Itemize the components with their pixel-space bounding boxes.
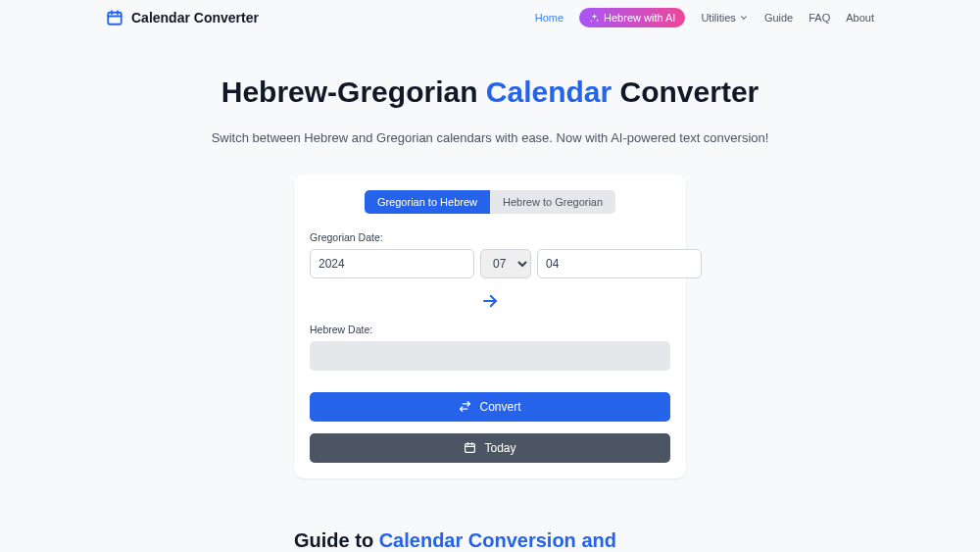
day-input[interactable] xyxy=(537,249,702,278)
title-pre: Hebrew-Gregorian xyxy=(221,75,486,108)
swap-icon xyxy=(459,400,471,413)
arrow-right-icon xyxy=(481,292,499,310)
hero-subtitle: Switch between Hebrew and Gregorian cale… xyxy=(0,130,980,145)
calendar-small-icon xyxy=(464,441,476,454)
brand-title: Calendar Converter xyxy=(131,10,259,25)
nav-ai-label: Hebrew with AI xyxy=(604,12,675,24)
page-title: Hebrew-Gregorian Calendar Converter xyxy=(0,74,980,111)
guide-title-pre: Guide to xyxy=(294,529,379,551)
tab-hebrew-to-gregorian[interactable]: Hebrew to Gregorian xyxy=(490,190,615,214)
guide-title: Guide to Calendar Conversion and Hebrew … xyxy=(294,529,686,553)
nav-guide[interactable]: Guide xyxy=(764,12,793,24)
year-input[interactable] xyxy=(310,249,474,278)
today-button[interactable]: Today xyxy=(310,433,670,463)
nav-right: Home Hebrew with AI Utilities Guide FAQ … xyxy=(535,8,874,27)
converter-card: Gregorian to Hebrew Hebrew to Gregorian … xyxy=(294,175,686,478)
gregorian-date-label: Gregorian Date: xyxy=(310,231,670,243)
chevron-down-icon xyxy=(739,13,749,23)
svg-rect-0 xyxy=(108,13,122,25)
month-select[interactable]: 07 xyxy=(480,249,531,278)
nav-utilities[interactable]: Utilities xyxy=(701,12,748,24)
brand[interactable]: Calendar Converter xyxy=(106,9,259,26)
title-accent: Calendar xyxy=(486,75,612,108)
nav-ai-pill[interactable]: Hebrew with AI xyxy=(579,8,685,27)
hero: Hebrew-Gregorian Calendar Converter Swit… xyxy=(0,34,980,145)
today-label: Today xyxy=(484,441,515,455)
arrow-separator xyxy=(310,278,670,324)
convert-button[interactable]: Convert xyxy=(310,392,670,422)
convert-label: Convert xyxy=(479,400,520,414)
nav-about[interactable]: About xyxy=(846,12,874,24)
nav-faq[interactable]: FAQ xyxy=(808,12,830,24)
guide-section: Guide to Calendar Conversion and Hebrew … xyxy=(294,529,686,553)
nav-utilities-label: Utilities xyxy=(701,12,735,24)
sparkle-icon xyxy=(589,13,600,24)
nav-home[interactable]: Home xyxy=(535,12,564,24)
gregorian-date-row: 07 xyxy=(310,249,670,278)
calendar-icon xyxy=(106,9,123,26)
hebrew-date-label: Hebrew Date: xyxy=(310,324,670,335)
tabs: Gregorian to Hebrew Hebrew to Gregorian xyxy=(310,190,670,214)
navbar: Calendar Converter Home Hebrew with AI U… xyxy=(0,0,980,34)
tab-gregorian-to-hebrew[interactable]: Gregorian to Hebrew xyxy=(365,190,490,214)
hebrew-date-output xyxy=(310,341,670,371)
svg-rect-7 xyxy=(466,444,475,453)
title-post: Converter xyxy=(612,75,759,108)
